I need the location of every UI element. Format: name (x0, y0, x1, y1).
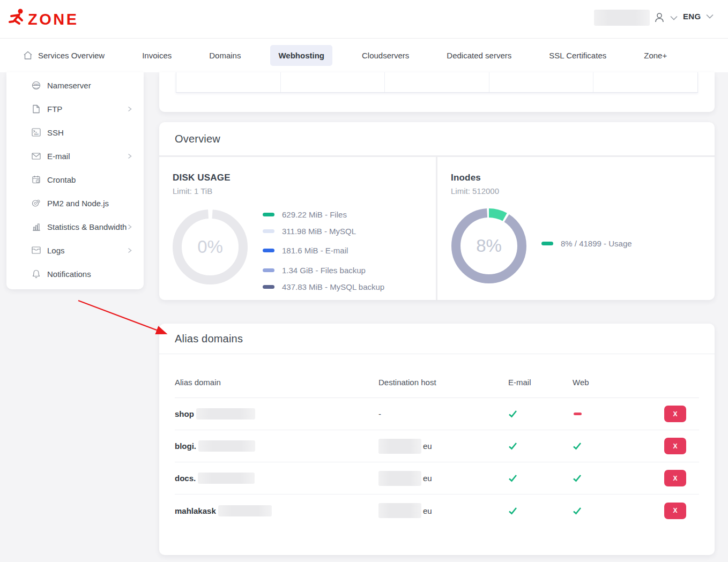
nav-label: Services Overview (38, 51, 105, 60)
redacted-domain-suffix (196, 408, 255, 419)
legend-item: 1.34 GiB - Files backup (263, 266, 384, 275)
home-icon (23, 51, 33, 60)
chevron-right-icon (128, 153, 132, 159)
legend-item: 629.22 MiB - Files (263, 210, 384, 219)
legend-item: 437.83 MiB - MySQL backup (263, 282, 384, 291)
redacted-destination (378, 471, 421, 486)
redacted-domain-suffix (218, 505, 272, 516)
disk-usage-title: DISK USAGE (173, 173, 231, 183)
language-selector[interactable]: ENG (683, 12, 714, 21)
chevron-down-icon (706, 14, 714, 19)
alias-domain-name: blogi. (175, 441, 196, 451)
alias-domains-card: Alias domains Alias domain Destination h… (159, 324, 715, 555)
delete-alias-button[interactable]: X (664, 470, 686, 486)
account-name-redacted[interactable] (594, 10, 650, 26)
overview-title: Overview (175, 133, 220, 145)
top-header: ZONE ENG (0, 0, 728, 38)
nav-label: Domains (209, 51, 241, 60)
inodes-percent: 8% (451, 208, 526, 283)
sidebar-item-pm2-nodejs[interactable]: PM2 and Node.js (6, 191, 144, 215)
sidebar-item-crontab[interactable]: Crontab (6, 168, 144, 191)
disk-usage-percent: 0% (173, 209, 248, 284)
web-status-enabled (573, 442, 637, 450)
column-header-destination-host: Destination host (378, 378, 508, 387)
alias-domain-name: shop (175, 409, 194, 418)
sidebar-item-label: Logs (47, 246, 65, 255)
empty-table-cell (385, 72, 489, 92)
sidebar-item-ftp[interactable]: FTP (6, 97, 144, 121)
sidebar-item-ssh[interactable]: SSH SSH (6, 121, 144, 144)
inodes-donut-chart: 8% (451, 208, 526, 283)
gears-icon (32, 199, 41, 208)
nav-label: Webhosting (278, 51, 324, 60)
web-status-enabled (573, 507, 637, 515)
nav-dedicated-servers[interactable]: Dedicated servers (439, 45, 519, 66)
sidebar-item-notifications[interactable]: Notifications (6, 262, 144, 286)
nav-zone-plus[interactable]: Zone+ (636, 45, 675, 66)
delete-alias-button[interactable]: X (664, 503, 686, 519)
zone-logo[interactable]: ZONE (8, 7, 88, 31)
delete-alias-button[interactable]: X (664, 406, 686, 422)
inodes-title: Inodes (451, 173, 481, 183)
delete-alias-button[interactable]: X (664, 438, 686, 454)
nav-ssl-certificates[interactable]: SSL Certificates (541, 45, 614, 66)
main-nav: Services Overview Invoices Domains Webho… (0, 38, 728, 72)
user-icon (653, 12, 665, 24)
webhosting-sidebar: DNS Nameserver FTP SSH SSH E-mail Cronta… (6, 72, 144, 289)
empty-table-cell (281, 72, 385, 92)
empty-table-cell (593, 72, 697, 92)
legend-swatch-email (263, 249, 274, 252)
sidebar-item-label: Crontab (47, 175, 76, 184)
archive-icon (32, 246, 41, 255)
sidebar-item-label: PM2 and Node.js (47, 199, 109, 208)
check-icon (573, 474, 582, 482)
legend-swatch-mysql-backup (263, 285, 274, 289)
legend-label: 181.6 MiB - E-mail (282, 246, 348, 255)
nav-invoices[interactable]: Invoices (134, 45, 180, 66)
inodes-legend: 8% / 41899 - Usage (541, 239, 632, 248)
sidebar-item-email[interactable]: E-mail (6, 144, 144, 168)
legend-item: 8% / 41899 - Usage (541, 239, 632, 248)
column-header-email: E-mail (508, 378, 573, 387)
nav-webhosting[interactable]: Webhosting (270, 45, 332, 66)
legend-label: 629.22 MiB - Files (282, 210, 347, 219)
table-row: mahlakask eu X (175, 494, 699, 527)
legend-label: 311.98 MiB - MySQL (282, 227, 356, 236)
column-header-web: Web (573, 378, 637, 387)
table-row: blogi. eu X (175, 430, 699, 462)
alias-domains-table: Alias domain Destination host E-mail Web… (175, 354, 699, 527)
sidebar-item-nameserver[interactable]: DNS Nameserver (6, 73, 144, 97)
mail-icon (32, 152, 41, 161)
redacted-domain-suffix (198, 440, 255, 452)
table-row: shop - X (175, 398, 699, 430)
chevron-right-icon (128, 224, 132, 230)
disk-usage-panel: DISK USAGE Limit: 1 TiB 0% 629.22 MiB - … (159, 157, 436, 300)
bell-icon (32, 269, 41, 279)
nav-cloudservers[interactable]: Cloudservers (354, 45, 417, 66)
sidebar-item-label: Nameserver (47, 81, 91, 90)
nav-services-overview[interactable]: Services Overview (15, 45, 113, 66)
legend-swatch-files-backup (263, 268, 274, 272)
disk-usage-limit: Limit: 1 TiB (173, 186, 212, 196)
empty-table-bottom (176, 72, 698, 93)
column-header-alias-domain: Alias domain (175, 378, 378, 387)
sidebar-item-logs[interactable]: Logs (6, 238, 144, 262)
destination-host-suffix: eu (423, 506, 432, 515)
user-menu[interactable] (653, 12, 678, 24)
legend-label: 437.83 MiB - MySQL backup (282, 282, 384, 291)
nav-label: SSL Certificates (549, 51, 606, 60)
legend-swatch-usage (541, 242, 553, 245)
nav-domains[interactable]: Domains (201, 45, 249, 66)
partial-scrolled-card (159, 72, 715, 112)
table-row: docs. eu X (175, 462, 699, 494)
sidebar-item-statistics-bandwidth[interactable]: Statistics & Bandwidth (6, 215, 144, 238)
email-status-enabled (508, 442, 573, 450)
legend-item: 181.6 MiB - E-mail (263, 246, 384, 255)
sidebar-item-label: SSH (47, 128, 64, 137)
destination-host-suffix: eu (423, 474, 432, 483)
destination-host-suffix: eu (423, 441, 432, 451)
sidebar-item-label: Notifications (47, 269, 91, 279)
svg-text:SSH: SSH (34, 133, 38, 136)
zone-logo-text: ZONE (28, 11, 79, 28)
legend-swatch-mysql (263, 229, 274, 233)
